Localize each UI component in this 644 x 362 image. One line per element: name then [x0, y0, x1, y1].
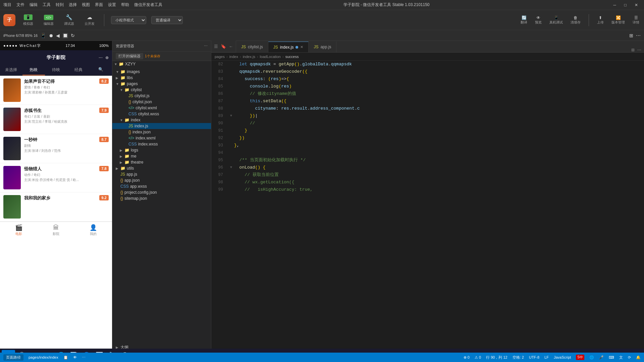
editor-more-icon[interactable]: ⋯	[637, 48, 641, 52]
menu-item-view[interactable]: 视图	[82, 2, 90, 8]
code-line[interactable]: 91 }	[211, 127, 644, 134]
tree-citylist[interactable]: ▼ 📁 citylist	[112, 87, 211, 93]
simulator-button[interactable]: 📱 模拟器	[20, 13, 36, 27]
tab-coming[interactable]: 待映	[45, 65, 67, 75]
tree-logs[interactable]: ▶ 📁 logs	[112, 147, 211, 153]
code-line[interactable]: 89 ▼ })|	[211, 112, 644, 120]
code-line[interactable]: 85 console.log(res)	[211, 83, 644, 90]
tree-utils[interactable]: ▶ 📁 utils	[112, 165, 211, 171]
tree-me[interactable]: ▶ 📁 me	[112, 153, 211, 159]
mode-select[interactable]: 小程序模式	[111, 16, 146, 24]
indentation[interactable]: 空格: 2	[513, 355, 524, 360]
close-tab-icon[interactable]: ✕	[300, 45, 303, 49]
debugger-button[interactable]: 🔧 调试器	[61, 13, 77, 27]
tree-index-js[interactable]: JS index.js	[112, 123, 211, 129]
split-editor-icon[interactable]: ⊞	[631, 48, 635, 52]
line-ending[interactable]: LF	[544, 355, 549, 359]
menu-item-interface[interactable]: 界面	[95, 2, 103, 8]
phone-target-icon[interactable]: ⊕	[105, 55, 109, 60]
movie-item[interactable]: 一秒钟 剧情 主演:张译 / 刘浩存 / 范伟 8.7	[0, 134, 112, 163]
menu-item-settings[interactable]: 设置	[108, 2, 116, 8]
tree-index-wxss[interactable]: CSS index.wxss	[112, 141, 211, 147]
code-line[interactable]: 99 // isHighAccuracy: true,	[211, 186, 644, 193]
file-panel-more[interactable]: ⋯	[204, 44, 208, 48]
split-icon[interactable]: ⊞	[629, 33, 633, 38]
tree-citylist-js[interactable]: JS citylist.js	[112, 93, 211, 99]
menu-item-help[interactable]: 帮助	[121, 2, 129, 8]
tree-index[interactable]: ▼ 📁 index	[112, 117, 211, 123]
breadcrumb-index[interactable]: index	[229, 55, 238, 59]
tree-theatre[interactable]: ▶ 📁 theatre	[112, 159, 211, 165]
tab-classic[interactable]: 经典	[67, 65, 90, 75]
movie-item[interactable]: 如果声音不记得 爱情 / 青春 / 奇幻 主演:谭若柳 / 孙晨晨 / 王彦霖 …	[0, 76, 112, 105]
status-preview[interactable]: 👁	[73, 355, 77, 359]
refresh-icon[interactable]: ↻	[71, 33, 75, 38]
nav-movies[interactable]: 🎬 电影	[0, 222, 37, 238]
tree-project-config-json[interactable]: {} project.config.json	[112, 189, 211, 195]
phone-menu-icon[interactable]: ⋯	[99, 55, 103, 60]
tree-libs[interactable]: ▶ 📁 libs	[112, 75, 211, 81]
tree-images[interactable]: ▼ 📁 images	[112, 69, 211, 75]
code-line[interactable]: 94	[211, 149, 644, 157]
back-icon[interactable]: ◀	[56, 33, 60, 38]
code-line[interactable]: 84 success: (res)=>{	[211, 75, 644, 83]
breadcrumb-success[interactable]: success	[285, 55, 299, 59]
code-line[interactable]: 83 qqmapsdk.reverseGeocoder({	[211, 68, 644, 75]
preview-button[interactable]: 👁 预览	[534, 14, 543, 26]
tree-sitemap-json[interactable]: {} sitemap.json	[112, 195, 211, 201]
menu-item-file[interactable]: 文件	[16, 2, 24, 8]
cursor-position[interactable]: 行 90，列 12	[486, 355, 507, 360]
tree-root[interactable]: ▼ 📁 XZYY	[112, 61, 211, 67]
tree-pages[interactable]: ▼ 📁 pages	[112, 81, 211, 87]
details-button[interactable]: ☰ 详情	[631, 14, 641, 26]
breadcrumb-pages[interactable]: pages	[215, 55, 225, 59]
tree-index-json[interactable]: {} index.json	[112, 129, 211, 135]
code-line[interactable]: 90 //	[211, 120, 644, 127]
movie-item[interactable]: 怪物猎人 动作 / 奇幻 主演:米拉·乔沃维奇 / 托尼贡·贡 / 欧... 7…	[0, 163, 112, 192]
code-line[interactable]: 96 ▼ onLoad() {	[211, 164, 644, 171]
open-editors-tab[interactable]: 打开的编辑器	[116, 53, 143, 59]
tree-app-json[interactable]: {} app.json	[112, 177, 211, 183]
code-line[interactable]: 97 // 获取当前位置	[211, 171, 644, 179]
code-line[interactable]: 88 cityname: res.result.address_componen…	[211, 105, 644, 112]
code-line[interactable]: 87 this.setData({	[211, 98, 644, 105]
tree-citylist-wxml[interactable]: </> citylist.wxml	[112, 105, 211, 111]
code-line[interactable]: 98 // wx.getLocation({	[211, 179, 644, 186]
tab-search[interactable]: 🔍	[90, 65, 112, 75]
cloud-button[interactable]: ☁ 云开发	[82, 13, 97, 27]
language-mode[interactable]: JavaScript	[554, 355, 571, 359]
clear-button[interactable]: 🗑 清缓存	[569, 14, 582, 26]
menu-item-select[interactable]: 选择	[69, 2, 77, 8]
record-icon[interactable]: ⏺	[49, 33, 53, 38]
editor-bookmark-icon[interactable]: 🔖	[221, 44, 226, 49]
menu-item-edit[interactable]: 编辑	[30, 2, 38, 8]
code-line[interactable]: 82 let qqmapsdk = getApp().globalData.qq…	[211, 61, 644, 68]
translate-button[interactable]: 🔄 翻译	[519, 14, 529, 26]
maximize-button[interactable]: □	[622, 2, 629, 8]
nav-profile[interactable]: 👤 我的	[75, 222, 112, 238]
tab-unselected[interactable]: 未选择	[0, 65, 22, 75]
menu-item-goto[interactable]: 转到	[56, 2, 64, 8]
code-line[interactable]: 93 },	[211, 142, 644, 149]
nav-cinema[interactable]: 🏛 影院	[37, 222, 74, 238]
code-area[interactable]: 82 let qqmapsdk = getApp().globalData.qq…	[211, 61, 644, 353]
editor-back-icon[interactable]: ←	[229, 44, 233, 49]
tablet-icon[interactable]: 📱	[40, 33, 46, 38]
status-more[interactable]: ⋯	[82, 355, 86, 360]
tree-app-js[interactable]: JS app.js	[112, 171, 211, 177]
tab-index-js[interactable]: JS index.js ✕	[268, 42, 309, 52]
forward-icon[interactable]: 🔲	[62, 33, 68, 38]
tab-app-js[interactable]: JS app.js	[309, 42, 336, 52]
more-icon[interactable]: ⋯	[636, 33, 641, 38]
minimize-button[interactable]: ─	[610, 2, 619, 8]
tree-citylist-wxss[interactable]: CSS citylist.wxss	[112, 111, 211, 117]
movie-item[interactable]: 我和我的家乡 9.2	[0, 192, 112, 222]
movie-item[interactable]: 赤狐书生 奇幻 / 古装 / 喜剧 主演:范立欣 / 李现 / 哈妮克孜 7.9	[0, 105, 112, 134]
encoding[interactable]: UTF-8	[529, 355, 539, 359]
breadcrumb-indexjs[interactable]: index.js	[243, 55, 255, 59]
code-line[interactable]: 92 })	[211, 134, 644, 142]
code-line[interactable]: 95 /** 当页面初始化加载时执行 */	[211, 157, 644, 164]
breadcrumb-loadlocation[interactable]: loadLocation	[260, 55, 281, 59]
compile-select[interactable]: 普通编译	[151, 16, 183, 24]
close-button[interactable]: ✕	[632, 2, 641, 8]
